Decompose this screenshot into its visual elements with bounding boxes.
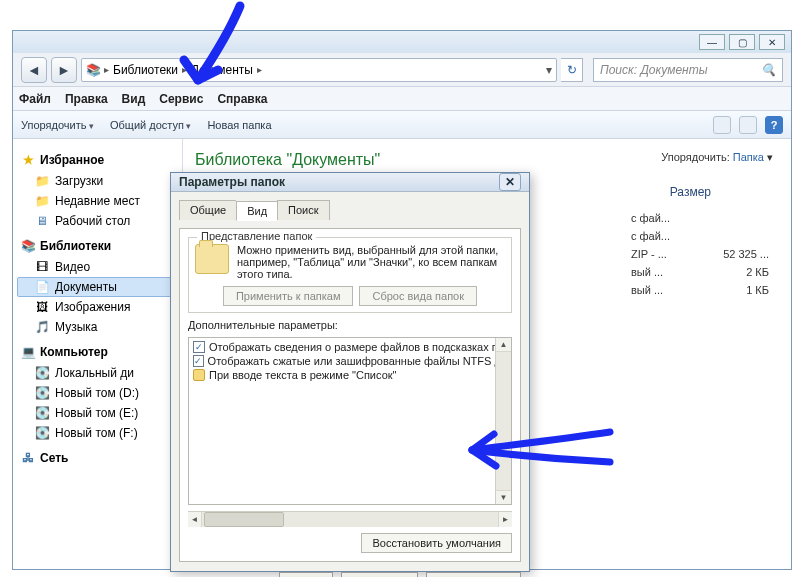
nav-bar: ◄ ► 📚 ▸ Библиотеки ▸ Документы ▸ ▾ ↻ Пои… (13, 53, 791, 87)
sidebar-item-video[interactable]: 🎞Видео (17, 257, 178, 277)
folder-icon: 📁 (35, 174, 49, 188)
menu-tools[interactable]: Сервис (159, 92, 203, 106)
network-icon: 🖧 (21, 451, 35, 465)
group-description: Можно применить вид, выбранный для этой … (237, 244, 505, 280)
tab-search[interactable]: Поиск (277, 200, 329, 220)
new-folder-button[interactable]: Новая папка (207, 119, 271, 131)
menu-view[interactable]: Вид (122, 92, 146, 106)
scroll-left-icon[interactable]: ◄ (188, 512, 202, 527)
organize-button[interactable]: Упорядочить (21, 119, 94, 131)
sidebar-item-desktop[interactable]: 🖥Рабочий стол (17, 211, 178, 231)
menu-edit[interactable]: Правка (65, 92, 108, 106)
sidebar-item-recent[interactable]: 📁Недавние мест (17, 191, 178, 211)
dialog-tabs: Общие Вид Поиск (179, 200, 521, 220)
close-button[interactable]: ✕ (759, 34, 785, 50)
scroll-thumb[interactable] (204, 512, 284, 527)
search-placeholder: Поиск: Документы (600, 63, 708, 77)
folder-options-dialog: Параметры папок ✕ Общие Вид Поиск Предст… (170, 172, 530, 572)
view-options-icon[interactable] (713, 116, 731, 134)
table-row[interactable]: вый ...2 КБ (631, 263, 769, 281)
chevron-right-icon: ▸ (182, 64, 187, 75)
forward-button[interactable]: ► (51, 57, 77, 83)
dialog-titlebar: Параметры папок ✕ (171, 173, 529, 192)
restore-defaults-button[interactable]: Восстановить умолчания (361, 533, 512, 553)
search-icon: 🔍 (761, 63, 776, 77)
ok-button[interactable]: OK (279, 572, 333, 577)
sidebar-item-music[interactable]: 🎵Музыка (17, 317, 178, 337)
option-label: Отображать сжатые или зашифрованные файл… (208, 355, 507, 367)
sidebar-item-drive[interactable]: 💽Новый том (F:) (17, 423, 178, 443)
share-button[interactable]: Общий доступ (110, 119, 191, 131)
option-row[interactable]: ✓Отображать сжатые или зашифрованные фай… (193, 354, 507, 368)
music-icon: 🎵 (35, 320, 49, 334)
breadcrumb-part[interactable]: Документы (191, 63, 253, 77)
menu-help[interactable]: Справка (217, 92, 267, 106)
table-row[interactable]: с фай... (631, 227, 769, 245)
tab-view[interactable]: Вид (236, 201, 277, 221)
breadcrumb[interactable]: 📚 ▸ Библиотеки ▸ Документы ▸ ▾ (81, 58, 557, 82)
sidebar-item-drive[interactable]: 💽Локальный ди (17, 363, 178, 383)
scroll-right-icon[interactable]: ► (498, 512, 512, 527)
option-row[interactable]: ✓Отображать сведения о размере файлов в … (193, 340, 507, 354)
folder-icon: 📁 (35, 194, 49, 208)
help-icon[interactable]: ? (765, 116, 783, 134)
file-list: с фай... с фай... ZIP - ...52 325 ... вы… (631, 209, 769, 299)
menu-file[interactable]: Файл (19, 92, 51, 106)
sidebar-favorites-header[interactable]: ★Избранное (21, 153, 174, 167)
checkbox[interactable]: ✓ (193, 341, 205, 353)
sort-selector[interactable]: Упорядочить: Папка ▾ (661, 151, 773, 164)
checkbox[interactable]: ✓ (193, 355, 204, 367)
vertical-scrollbar[interactable]: ▲ ▼ (495, 338, 511, 504)
column-header-size[interactable]: Размер (670, 185, 711, 199)
reset-folders-button[interactable]: Сброс вида папок (359, 286, 477, 306)
scroll-up-icon[interactable]: ▲ (496, 338, 511, 352)
desktop-icon: 🖥 (35, 214, 49, 228)
cancel-button[interactable]: Отмена (341, 572, 418, 577)
scroll-down-icon[interactable]: ▼ (496, 490, 511, 504)
sidebar-computer-header[interactable]: 💻Компьютер (21, 345, 174, 359)
sidebar-item-documents[interactable]: 📄Документы (17, 277, 178, 297)
apply-to-folders-button[interactable]: Применить к папкам (223, 286, 354, 306)
search-input[interactable]: Поиск: Документы 🔍 (593, 58, 783, 82)
computer-icon: 💻 (21, 345, 35, 359)
libraries-icon: 📚 (86, 63, 100, 77)
horizontal-scrollbar[interactable]: ◄ ► (188, 511, 512, 527)
breadcrumb-part[interactable]: Библиотеки (113, 63, 178, 77)
menu-bar: Файл Правка Вид Сервис Справка (13, 87, 791, 111)
table-row[interactable]: вый ...1 КБ (631, 281, 769, 299)
tab-general[interactable]: Общие (179, 200, 236, 220)
pictures-icon: 🖼 (35, 300, 49, 314)
drive-icon: 💽 (35, 426, 49, 440)
sidebar-item-drive[interactable]: 💽Новый том (D:) (17, 383, 178, 403)
minimize-button[interactable]: — (699, 34, 725, 50)
sidebar-item-downloads[interactable]: 📁Загрузки (17, 171, 178, 191)
advanced-settings-label: Дополнительные параметры: (188, 319, 512, 331)
folder-icon (195, 244, 229, 274)
maximize-button[interactable]: ▢ (729, 34, 755, 50)
sidebar-libraries-header[interactable]: 📚Библиотеки (21, 239, 174, 253)
back-button[interactable]: ◄ (21, 57, 47, 83)
sidebar-item-drive[interactable]: 💽Новый том (E:) (17, 403, 178, 423)
group-title: Представление папок (197, 230, 316, 242)
table-row[interactable]: с фай... (631, 209, 769, 227)
table-row[interactable]: ZIP - ...52 325 ... (631, 245, 769, 263)
window-titlebar: — ▢ ✕ (13, 31, 791, 53)
chevron-right-icon: ▸ (257, 64, 262, 75)
dialog-close-button[interactable]: ✕ (499, 173, 521, 191)
star-icon: ★ (21, 153, 35, 167)
refresh-button[interactable]: ↻ (561, 58, 583, 82)
documents-icon: 📄 (35, 280, 49, 294)
preview-pane-icon[interactable] (739, 116, 757, 134)
chevron-right-icon: ▸ (104, 64, 109, 75)
history-dropdown-icon[interactable]: ▾ (546, 63, 552, 77)
option-row: При вводе текста в режиме "Список" (193, 368, 507, 382)
drive-icon: 💽 (35, 386, 49, 400)
apply-button[interactable]: Применить (426, 572, 521, 577)
option-label: Отображать сведения о размере файлов в п… (209, 341, 504, 353)
toolbar: Упорядочить Общий доступ Новая папка ? (13, 111, 791, 139)
video-icon: 🎞 (35, 260, 49, 274)
advanced-settings-list[interactable]: ✓Отображать сведения о размере файлов в … (188, 337, 512, 505)
sidebar-network-header[interactable]: 🖧Сеть (21, 451, 174, 465)
sidebar-item-pictures[interactable]: 🖼Изображения (17, 297, 178, 317)
folder-icon (193, 369, 205, 381)
